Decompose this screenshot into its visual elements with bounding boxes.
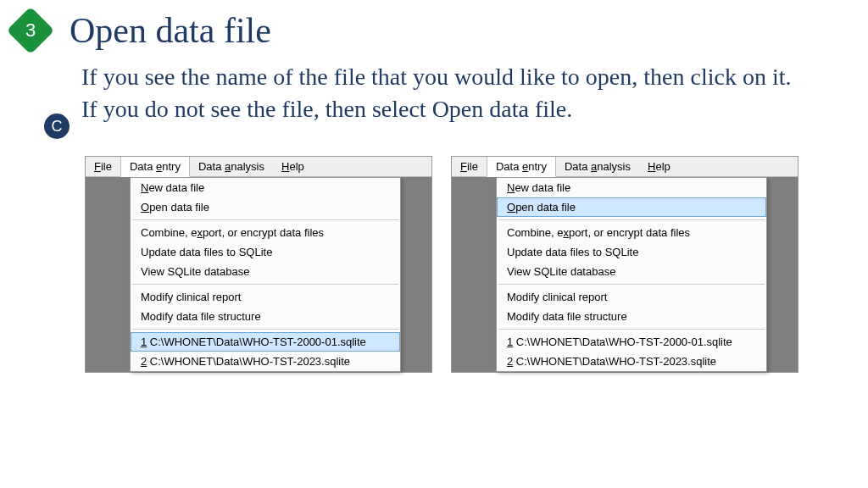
step-number: 3	[25, 19, 36, 42]
data-entry-dropdown: New data file Open data file Combine, ex…	[130, 177, 401, 372]
menubar: File Data entry Data analysis Help	[452, 157, 798, 177]
menu-data-entry[interactable]: Data entry	[120, 157, 190, 177]
page-title: Open data file	[70, 10, 271, 51]
menu-modify-clinical[interactable]: Modify clinical report	[497, 287, 766, 307]
menu-recent-file-2[interactable]: 2 C:\WHONET\Data\WHO-TST-2023.sqlite	[131, 352, 400, 371]
menu-data-entry[interactable]: Data entry	[487, 157, 556, 177]
menu-view-sqlite[interactable]: View SQLite database	[497, 262, 766, 281]
screenshot-left: File Data entry Data analysis Help New d…	[85, 156, 432, 373]
menu-separator	[132, 219, 398, 220]
menu-update-sqlite[interactable]: Update data files to SQLite	[131, 242, 400, 262]
description-text: If you see the name of the file that you…	[81, 61, 791, 125]
menu-file[interactable]: File	[452, 157, 487, 176]
menu-recent-file-2[interactable]: 2 C:\WHONET\Data\WHO-TST-2023.sqlite	[497, 352, 766, 371]
menu-recent-file-1[interactable]: 1 C:\WHONET\Data\WHO-TST-2000-01.sqlite	[497, 332, 766, 352]
menu-modify-structure[interactable]: Modify data file structure	[131, 307, 400, 326]
data-entry-dropdown: New data file Open data file Combine, ex…	[496, 177, 767, 372]
menu-separator	[498, 329, 765, 330]
sub-step-badge: C	[44, 114, 70, 139]
menu-help[interactable]: Help	[639, 157, 679, 176]
step-diamond: 3	[7, 7, 55, 55]
menu-modify-clinical[interactable]: Modify clinical report	[131, 287, 400, 307]
menu-new-data-file[interactable]: New data file	[131, 178, 400, 197]
menubar: File Data entry Data analysis Help	[86, 157, 431, 177]
menu-separator	[132, 284, 398, 285]
menu-file[interactable]: File	[86, 157, 120, 176]
menu-open-data-file[interactable]: Open data file	[131, 197, 400, 217]
menu-recent-file-1[interactable]: 1 C:\WHONET\Data\WHO-TST-2000-01.sqlite	[131, 332, 400, 352]
menu-combine[interactable]: Combine, export, or encrypt data files	[497, 223, 766, 242]
menu-data-analysis[interactable]: Data analysis	[190, 157, 273, 176]
menu-separator	[498, 219, 765, 220]
menu-help[interactable]: Help	[273, 157, 313, 176]
menu-open-data-file[interactable]: Open data file	[497, 197, 766, 217]
menu-view-sqlite[interactable]: View SQLite database	[131, 262, 400, 281]
menu-combine[interactable]: Combine, export, or encrypt data files	[131, 223, 400, 242]
screenshot-right: File Data entry Data analysis Help New d…	[451, 156, 798, 373]
menu-update-sqlite[interactable]: Update data files to SQLite	[497, 242, 766, 262]
menu-modify-structure[interactable]: Modify data file structure	[497, 307, 766, 326]
menu-data-analysis[interactable]: Data analysis	[556, 157, 639, 176]
menu-separator	[498, 284, 765, 285]
menu-new-data-file[interactable]: New data file	[497, 178, 766, 197]
menu-separator	[132, 329, 398, 330]
